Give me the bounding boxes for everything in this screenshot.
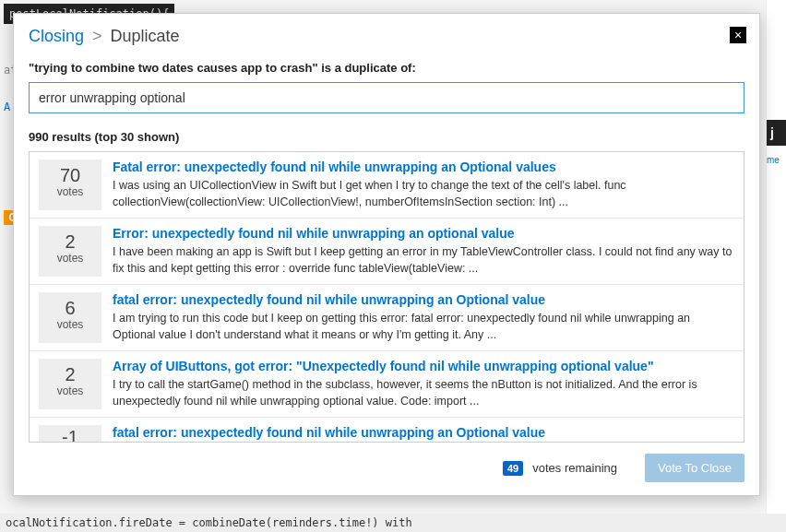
vote-count: 6 votes (39, 292, 101, 343)
result-item[interactable]: 6 votes fatal error: unexpectedly found … (30, 285, 744, 351)
result-snippet: I am trying to run this code but I keep … (113, 311, 734, 343)
close-duplicate-dialog: × Closing > Duplicate "trying to combine… (13, 13, 760, 496)
background-code-line: ocalNotification.fireDate = combineDate(… (0, 514, 786, 532)
result-title-link[interactable]: fatal error: unexpectedly found nil whil… (113, 425, 734, 440)
results-count: 990 results (top 30 shown) (29, 130, 744, 144)
breadcrumb: Closing > Duplicate (29, 27, 744, 46)
background-sidebar: j me (766, 0, 786, 532)
votes-remaining-badge: 49 (503, 461, 523, 476)
result-snippet: I was using an UICollectionView in Swift… (113, 178, 734, 210)
duplicate-prompt: "trying to combine two dates causes app … (29, 61, 744, 75)
vote-to-close-button[interactable]: Vote To Close (645, 454, 744, 482)
vote-count: -1 (39, 425, 101, 443)
vote-count: 70 votes (39, 160, 101, 210)
breadcrumb-current: Duplicate (111, 27, 180, 45)
votes-remaining-label: votes remaining (532, 461, 617, 475)
result-title-link[interactable]: Fatal error: unexpectedly found nil whil… (113, 160, 734, 174)
vote-count: 2 votes (39, 226, 101, 277)
result-title-link[interactable]: fatal error: unexpectedly found nil whil… (113, 292, 734, 307)
result-snippet: I have been making an app is Swift but I… (113, 244, 734, 277)
close-icon[interactable]: × (730, 27, 746, 43)
result-item[interactable]: 2 votes Array of UIButtons, got error: "… (30, 351, 744, 418)
result-item[interactable]: 2 votes Error: unexpectedly found nil wh… (30, 219, 744, 285)
dialog-footer: 49 votes remaining Vote To Close (29, 454, 744, 482)
duplicate-search-input[interactable] (29, 82, 744, 113)
breadcrumb-separator: > (92, 27, 102, 45)
results-list: 70 votes Fatal error: unexpectedly found… (29, 151, 744, 443)
result-title-link[interactable]: Array of UIButtons, got error: "Unexpect… (113, 359, 734, 373)
breadcrumb-closing-link[interactable]: Closing (29, 27, 84, 45)
result-snippet: I try to call the startGame() method in … (113, 377, 734, 409)
result-item[interactable]: 70 votes Fatal error: unexpectedly found… (30, 152, 744, 219)
result-title-link[interactable]: Error: unexpectedly found nil while unwr… (113, 226, 734, 241)
vote-count: 2 votes (39, 359, 101, 409)
result-item[interactable]: -1 fatal error: unexpectedly found nil w… (30, 418, 744, 443)
